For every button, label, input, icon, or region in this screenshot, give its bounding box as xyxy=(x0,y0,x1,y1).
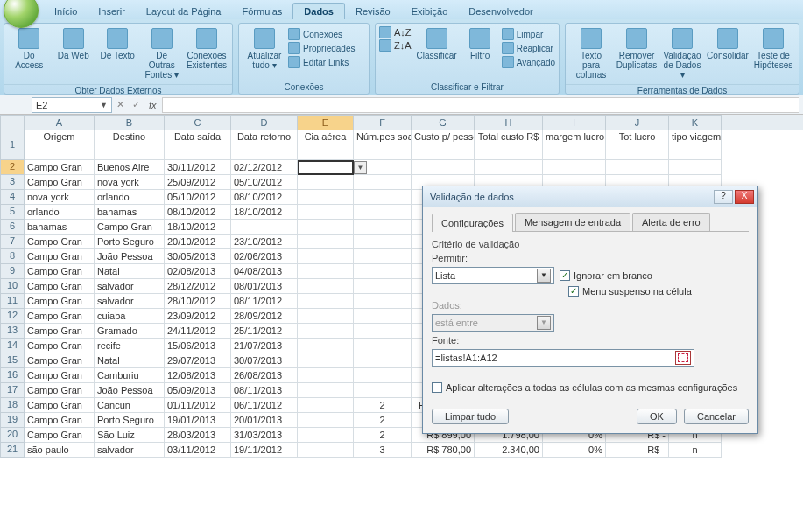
col-header-I[interactable]: I xyxy=(543,115,606,130)
tab-revisão[interactable]: Revisão xyxy=(345,4,401,19)
apply-all-checkbox[interactable]: ✓ Aplicar alterações a todas as células … xyxy=(432,382,737,393)
cell[interactable] xyxy=(298,279,354,294)
row-header[interactable]: 20 xyxy=(0,428,25,443)
cell[interactable]: Buenos Aire xyxy=(95,160,165,175)
cell[interactable]: 20/10/2012 xyxy=(165,234,231,249)
cancel-edit-icon[interactable]: ✕ xyxy=(112,99,128,110)
tool-texto-para-colunas-button[interactable]: Texto para colunas xyxy=(569,26,613,81)
header-cell[interactable]: Núm.pes soas xyxy=(354,130,412,160)
row-header[interactable]: 14 xyxy=(0,339,25,354)
cell[interactable]: 30/07/2013 xyxy=(231,354,298,368)
dialog-tab-configura-es[interactable]: Configurações xyxy=(432,214,513,232)
cell[interactable]: 08/10/2012 xyxy=(231,190,298,205)
cell[interactable]: 08/11/2012 xyxy=(231,294,298,309)
col-header-A[interactable]: A xyxy=(25,115,95,130)
cell[interactable] xyxy=(354,383,412,398)
cell[interactable]: Camburiu xyxy=(95,368,165,383)
cell[interactable]: 26/08/2013 xyxy=(231,368,298,383)
cell[interactable]: Campo Gran xyxy=(25,339,95,354)
cell[interactable] xyxy=(475,160,543,175)
conn-conex-es[interactable]: Conexões xyxy=(288,28,355,40)
header-cell[interactable]: tipo viagem xyxy=(669,130,722,160)
cell[interactable]: recife xyxy=(95,339,165,354)
cell[interactable] xyxy=(543,160,606,175)
cell[interactable]: 05/10/2012 xyxy=(165,190,231,205)
header-cell[interactable]: Cia aérea xyxy=(298,130,354,160)
dialog-help-button[interactable]: ? xyxy=(714,190,733,204)
cell[interactable]: 18/10/2012 xyxy=(231,205,298,220)
row-header[interactable]: 17 xyxy=(0,383,25,398)
cell[interactable]: 08/01/2013 xyxy=(231,279,298,294)
row-header[interactable]: 16 xyxy=(0,368,25,383)
cell[interactable]: orlando xyxy=(95,190,165,205)
cell[interactable]: 19/01/2013 xyxy=(165,413,231,428)
cell[interactable]: bahamas xyxy=(25,220,95,234)
cell[interactable] xyxy=(354,294,412,309)
cell[interactable]: 28/12/2012 xyxy=(165,279,231,294)
sort-button[interactable]: Classificar xyxy=(415,26,459,62)
row-header[interactable]: 7 xyxy=(0,234,25,249)
range-picker-icon[interactable] xyxy=(675,351,691,365)
cell[interactable]: salvador xyxy=(95,294,165,309)
cell[interactable] xyxy=(606,160,669,175)
row-header[interactable]: 4 xyxy=(0,190,25,205)
col-header-E[interactable]: E xyxy=(298,115,354,130)
cell[interactable]: Campo Gran xyxy=(25,279,95,294)
cell[interactable]: nova york xyxy=(25,190,95,205)
tab-desenvolvedor[interactable]: Desenvolvedor xyxy=(458,4,543,19)
row-header[interactable]: 5 xyxy=(0,205,25,220)
cancel-button[interactable]: Cancelar xyxy=(684,409,749,424)
row-header[interactable]: 19 xyxy=(0,413,25,428)
row-header[interactable]: 18 xyxy=(0,398,25,413)
row-header[interactable]: 15 xyxy=(0,354,25,368)
ext-da-web-button[interactable]: Da Web xyxy=(53,26,95,62)
cell[interactable]: 18/10/2012 xyxy=(165,220,231,234)
col-header-D[interactable]: D xyxy=(231,115,298,130)
tab-início[interactable]: Início xyxy=(44,4,88,19)
cell-dropdown-handle[interactable]: ▼ xyxy=(354,161,367,174)
sort-reaplicar[interactable]: Reaplicar xyxy=(502,42,555,54)
cell[interactable] xyxy=(298,234,354,249)
ext-do-access-button[interactable]: Do Access xyxy=(8,26,51,72)
cell[interactable]: 01/11/2012 xyxy=(165,398,231,413)
cell[interactable] xyxy=(298,190,354,205)
header-cell[interactable]: Custo p/ pessoa xyxy=(412,130,475,160)
cell[interactable] xyxy=(298,205,354,220)
cell[interactable]: 08/11/2013 xyxy=(231,383,298,398)
cell[interactable]: João Pessoa xyxy=(95,249,165,264)
col-header-B[interactable]: B xyxy=(95,115,165,130)
cell[interactable]: 24/11/2012 xyxy=(165,324,231,339)
cell[interactable]: 05/09/2013 xyxy=(165,383,231,398)
cell[interactable] xyxy=(231,220,298,234)
cell[interactable] xyxy=(354,234,412,249)
cell[interactable]: Porto Seguro xyxy=(95,234,165,249)
cell[interactable]: 02/08/2013 xyxy=(165,264,231,279)
cell[interactable]: Campo Gran xyxy=(25,309,95,324)
cell[interactable]: Campo Gran xyxy=(25,294,95,309)
name-box[interactable]: E2 ▼ xyxy=(32,97,112,113)
cell[interactable]: Campo Gran xyxy=(25,264,95,279)
cell[interactable] xyxy=(298,324,354,339)
conn-propriedades[interactable]: Propriedades xyxy=(288,42,355,54)
cell[interactable]: 28/09/2012 xyxy=(231,309,298,324)
row-header[interactable]: 9 xyxy=(0,264,25,279)
ok-button[interactable]: OK xyxy=(637,409,677,424)
cell[interactable]: 3 xyxy=(354,443,412,458)
row-header[interactable]: 3 xyxy=(0,175,25,190)
cell[interactable] xyxy=(669,160,722,175)
row-header[interactable]: 11 xyxy=(0,294,25,309)
cell[interactable]: 19/11/2012 xyxy=(231,443,298,458)
tab-layout-da-página[interactable]: Layout da Página xyxy=(136,4,232,19)
cell[interactable]: 30/11/2012 xyxy=(165,160,231,175)
col-header-C[interactable]: C xyxy=(165,115,231,130)
chevron-down-icon[interactable]: ▼ xyxy=(537,269,551,283)
row-header[interactable]: 21 xyxy=(0,443,25,458)
cell[interactable]: Campo Gran xyxy=(25,175,95,190)
sort-desc-button[interactable]: Z↓A xyxy=(379,39,412,52)
sort-asc-button[interactable]: A↓Z xyxy=(379,26,412,38)
cell[interactable] xyxy=(354,368,412,383)
row-header[interactable]: 1 xyxy=(0,130,25,160)
chevron-down-icon[interactable]: ▼ xyxy=(100,101,108,109)
tool-teste-de-hip-teses-button[interactable]: Teste de Hipóteses xyxy=(751,26,795,72)
header-cell[interactable]: Tot lucro xyxy=(606,130,669,160)
